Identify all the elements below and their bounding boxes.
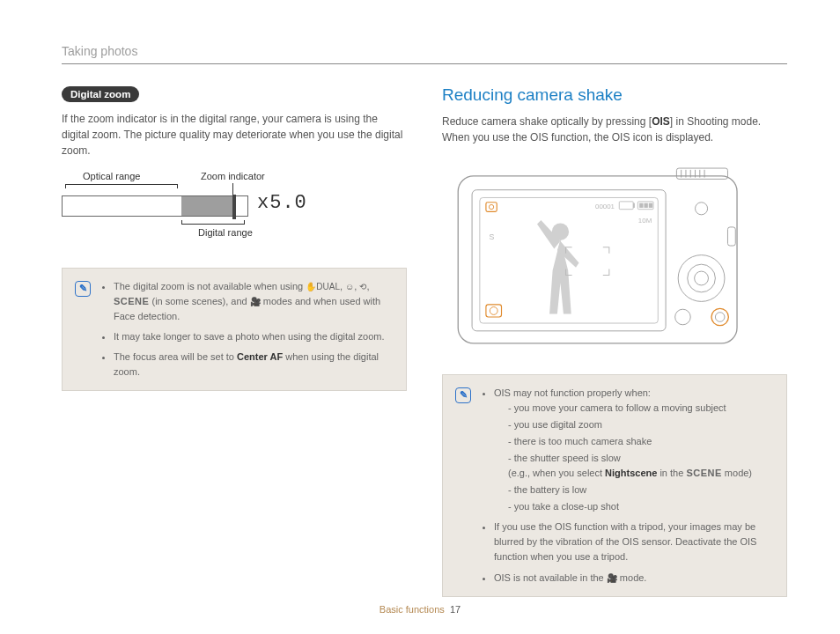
zoom-bar [62, 195, 248, 217]
svg-point-23 [678, 255, 725, 302]
note-subitem: there is too much camera shake [508, 434, 774, 449]
bracket-digital [181, 220, 245, 225]
svg-text:S: S [489, 232, 494, 241]
svg-rect-22 [727, 227, 735, 246]
section-title: Taking photos [62, 44, 787, 64]
note-box-right: ✎ OIS may not function properly when: yo… [442, 374, 787, 597]
note-subitem: you move your camera to follow a moving … [508, 401, 774, 416]
lcd-res: 10M [638, 217, 652, 225]
beauty-icon: ☺ [345, 283, 354, 291]
note-subitem: the battery is low [508, 483, 774, 498]
zoom-value: x5.0 [257, 192, 307, 214]
note-box-left: ✎ The digital zoom is not available when… [62, 268, 407, 391]
left-column: Digital zoom If the zoom indicator is in… [62, 85, 407, 597]
svg-point-27 [715, 313, 725, 322]
note-subitem: you take a close-up shot [508, 499, 774, 514]
svg-rect-13 [633, 203, 635, 208]
note-item: OIS may not function properly when: you … [494, 386, 774, 514]
svg-point-26 [711, 308, 728, 325]
svg-rect-12 [619, 202, 633, 210]
note-item: If you use the OIS function with a tripo… [494, 520, 774, 564]
label-digital-range: Digital range [198, 227, 253, 238]
svg-rect-20 [486, 305, 502, 317]
digital-zoom-intro: If the zoom indicator is in the digital … [62, 111, 407, 158]
note-item: OIS is not available in the 🎥 mode. [494, 571, 774, 586]
zoom-indicator-thumb [232, 195, 236, 219]
svg-point-11 [489, 204, 493, 209]
ois-intro: Reduce camera shake optically by pressin… [442, 114, 787, 145]
note-icon: ✎ [455, 387, 471, 403]
svg-point-24 [688, 264, 716, 292]
svg-point-21 [696, 203, 708, 215]
page-number: 17 [450, 604, 461, 615]
note-icon: ✎ [75, 281, 91, 297]
footer-label: Basic functions [379, 604, 445, 615]
label-optical-range: Optical range [83, 171, 140, 181]
scene-icon: SCENE [114, 296, 149, 306]
label-zoom-indicator: Zoom indicator [201, 171, 265, 181]
svg-point-28 [675, 309, 691, 325]
note-item: The focus area will be set to Center AF … [114, 350, 394, 380]
hand-dual-icon: ✋DUAL [306, 283, 340, 291]
svg-point-25 [695, 271, 709, 285]
note-subitem: the shutter speed is slow (e.g., when yo… [508, 451, 774, 481]
svg-rect-17 [649, 203, 652, 208]
zoom-diagram: Optical range Zoom indicator x5.0 Digita… [62, 171, 407, 259]
lcd-counter: 00001 [595, 203, 615, 210]
note-item: The digital zoom is not available when u… [114, 279, 394, 324]
svg-rect-10 [486, 203, 497, 212]
heading-reducing-shake: Reducing camera shake [442, 85, 787, 105]
bracket-optical [65, 184, 178, 188]
right-column: Reducing camera shake Reduce camera shak… [442, 85, 787, 597]
svg-rect-1 [676, 168, 727, 179]
guide-icon: ⟲ [359, 283, 366, 291]
movie-icon: 🎥 [607, 574, 617, 583]
scene-icon: SCENE [686, 468, 721, 478]
svg-rect-16 [644, 203, 647, 208]
camera-illustration: 00001 10M S [442, 158, 787, 360]
note-subitem: you use digital zoom [508, 417, 774, 432]
page-footer: Basic functions 17 [0, 604, 840, 615]
svg-rect-15 [639, 203, 643, 208]
digital-zoom-pill: Digital zoom [62, 86, 139, 102]
svg-rect-0 [458, 176, 737, 343]
movie-icon: 🎥 [250, 298, 261, 306]
note-item: It may take longer to save a photo when … [114, 329, 394, 344]
callout-line [232, 183, 233, 195]
zoom-fill-digital [181, 196, 234, 216]
